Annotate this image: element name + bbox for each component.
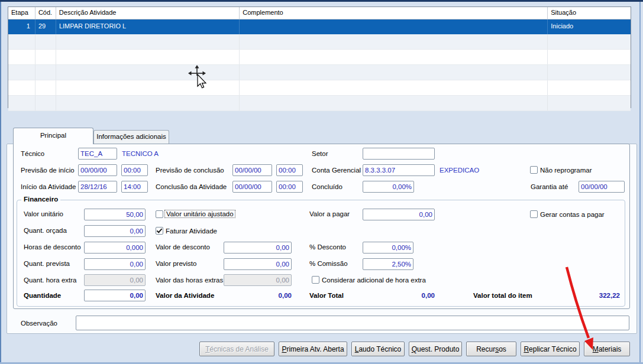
quant-orcada-field[interactable] (84, 225, 146, 237)
tecnico-descriptor: TECNICO A (122, 150, 159, 157)
grid-header: Etapa Cód. Descrição Atividade Complemen… (8, 7, 631, 20)
observacao-label: Observação (21, 320, 57, 327)
inicio-atividade-label: Início da Atividade (21, 183, 76, 190)
observacao-field[interactable] (76, 316, 629, 330)
faturar-atividade-checkbox[interactable] (156, 227, 163, 235)
valor-total-label: Valor Total (309, 292, 344, 299)
tecnico-field[interactable] (78, 148, 117, 160)
conta-gerencial-label: Conta Gerencial (312, 167, 361, 174)
previsao-inicio-date-field[interactable] (78, 164, 117, 176)
valor-unitario-ajustado-checkbox[interactable] (156, 210, 163, 218)
garantia-ate-label: Garantia até (531, 183, 568, 190)
window-frame-top (0, 0, 643, 2)
nao-reprogramar-label: Não reprogramar (540, 167, 592, 174)
inicio-atividade-time-field[interactable] (121, 181, 148, 193)
materiais-button[interactable]: Materiais (584, 342, 630, 356)
activities-grid: Etapa Cód. Descrição Atividade Complemen… (8, 6, 631, 108)
inicio-atividade-date-field[interactable] (78, 181, 117, 193)
valor-horas-extras-field (224, 274, 292, 286)
activity-window: Etapa Cód. Descrição Atividade Complemen… (0, 0, 643, 364)
previsao-inicio-time-field[interactable] (121, 164, 148, 176)
col-header-situacao[interactable]: Situação (548, 7, 631, 19)
col-header-complemento[interactable]: Complemento (240, 7, 548, 19)
concluido-label: Concluído (312, 183, 342, 190)
tecnico-label: Técnico (21, 150, 44, 157)
conclusao-atividade-time-field[interactable] (276, 181, 303, 193)
valor-unitario-ajustado-label: Valor unitário ajustado (165, 210, 235, 217)
previsao-conclusao-label: Previsão de conclusão (156, 167, 224, 174)
col-header-etapa[interactable]: Etapa (8, 7, 35, 19)
valor-desconto-field[interactable] (224, 242, 292, 254)
horas-desconto-field[interactable] (84, 242, 146, 254)
previsao-conclusao-time-field[interactable] (276, 164, 303, 176)
conta-gerencial-descriptor: EXPEDICAO (440, 167, 479, 174)
quantidade-label: Quantidade (24, 292, 61, 299)
table-row-selected[interactable]: 1 29 LIMPAR DIRETORIO L Iniciado (8, 20, 631, 34)
button-bar: Técnicas de Análise Primeira Atv. Aberta… (199, 342, 630, 356)
quantidade-field[interactable] (84, 290, 146, 301)
quant-prevista-field[interactable] (84, 258, 146, 270)
nao-reprogramar-checkbox[interactable] (530, 166, 538, 174)
valor-desconto-label: Valor de desconto (156, 243, 210, 251)
table-row-empty[interactable] (8, 65, 631, 80)
gerar-contas-a-pagar-checkbox[interactable] (530, 210, 538, 218)
setor-field[interactable] (363, 148, 435, 160)
horas-desconto-label: Horas de desconto (24, 243, 81, 251)
cell-situacao: Iniciado (548, 20, 631, 34)
tecnicas-de-analise-button: Técnicas de Análise (199, 342, 274, 356)
table-row-empty[interactable] (8, 50, 631, 65)
pct-comissao-field[interactable] (363, 258, 413, 270)
valor-atividade-value: 0,00 (232, 292, 292, 299)
valor-horas-extras-label: Valor das horas extras (156, 277, 223, 284)
financeiro-legend: Financeiro (21, 196, 60, 203)
valor-total-item-label: Valor total do item (473, 292, 532, 299)
valor-previsto-label: Valor previsto (156, 260, 196, 267)
considerar-adicional-label: Considerar adicional de hora extra (322, 277, 426, 284)
gerar-contas-a-pagar-label: Gerar contas a pagar (540, 211, 605, 218)
conta-gerencial-field[interactable] (363, 164, 435, 176)
replicar-tecnico-button[interactable]: Replicar Técnico (521, 342, 580, 356)
conclusao-atividade-label: Conclusão da Atividade (156, 183, 227, 190)
pct-desconto-field[interactable] (363, 242, 413, 254)
laudo-tecnico-button[interactable]: Laudo Técnico (351, 342, 405, 356)
valor-unitario-field[interactable] (84, 209, 146, 220)
previsao-inicio-label: Previsão de início (21, 167, 75, 174)
quant-hora-extra-field (84, 274, 146, 286)
table-row-empty[interactable] (8, 34, 631, 50)
valor-total-value: 0,00 (376, 292, 435, 299)
quant-prevista-label: Quant. prevista (24, 260, 70, 267)
quant-orcada-label: Quant. orçada (24, 227, 67, 234)
cell-descricao: LIMPAR DIRETORIO L (56, 20, 240, 34)
col-header-descricao[interactable]: Descrição Atividade (56, 7, 240, 19)
col-header-cod[interactable]: Cód. (35, 7, 56, 19)
pct-comissao-label: % Comissão (309, 260, 348, 267)
cell-cod: 29 (35, 20, 56, 34)
considerar-adicional-checkbox[interactable] (312, 276, 319, 284)
garantia-ate-field[interactable] (579, 181, 625, 193)
conclusao-atividade-date-field[interactable] (232, 181, 272, 193)
valor-total-item-value: 322,22 (561, 292, 620, 299)
valor-a-pagar-label: Valor a pagar (309, 210, 350, 217)
table-row-empty[interactable] (8, 80, 631, 96)
concluido-field[interactable] (363, 181, 414, 193)
valor-a-pagar-field[interactable] (363, 209, 435, 220)
tab-principal[interactable]: Principal (13, 128, 93, 144)
quest-produto-button[interactable]: Quest. Produto (409, 342, 462, 356)
valor-atividade-label: Valor da Atividade (156, 292, 214, 299)
previsao-conclusao-date-field[interactable] (232, 164, 272, 176)
quant-hora-extra-label: Quant. hora extra (24, 277, 77, 284)
recursos-button[interactable]: Recursos (466, 342, 516, 356)
cell-etapa: 1 (8, 20, 35, 34)
table-row-empty[interactable] (8, 96, 631, 111)
valor-previsto-field[interactable] (224, 258, 292, 270)
window-frame-left (0, 2, 1, 364)
cell-complemento (240, 20, 548, 34)
window-frame-right (639, 2, 641, 364)
valor-unitario-label: Valor unitário (24, 210, 63, 217)
setor-label: Setor (312, 150, 328, 157)
faturar-atividade-label: Faturar Atividade (166, 228, 217, 235)
primeira-atv-aberta-button[interactable]: Primeira Atv. Aberta (279, 342, 347, 356)
pct-desconto-label: % Desconto (309, 243, 346, 251)
tab-informacoes-adicionais[interactable]: Informações adicionais (93, 130, 169, 144)
